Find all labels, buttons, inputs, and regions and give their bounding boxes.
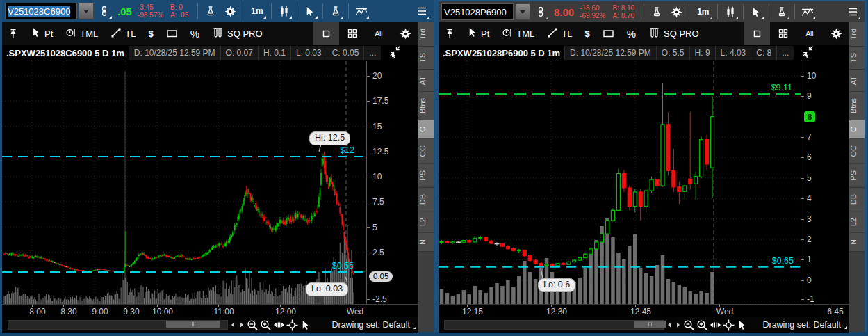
price-chart[interactable]: $9.11$0.65Lo: 0.6 (439, 61, 801, 304)
time-axis[interactable]: 8:008:309:009:3010:0011:0012:00Wed (2, 305, 418, 317)
side-tab-trd[interactable]: Trd (849, 22, 865, 47)
grid-layout-button[interactable] (339, 22, 366, 45)
chart-type-icon[interactable] (275, 2, 293, 20)
crosshair-icon[interactable] (723, 319, 735, 331)
studies-flask-icon[interactable] (202, 2, 220, 20)
trendline-tool-button[interactable]: TL (541, 22, 578, 45)
tml-tool-button[interactable]: TML (59, 22, 104, 45)
side-tab-c[interactable]: C (849, 120, 865, 139)
grid-layout-button[interactable] (770, 22, 796, 45)
scroll-right-icon[interactable] (673, 320, 682, 330)
side-tab-at[interactable]: AT (418, 70, 434, 92)
side-tab-n[interactable]: N (418, 233, 434, 252)
symbol-input[interactable]: V251028C6900 (5, 3, 77, 19)
all-button[interactable]: All (796, 22, 823, 45)
rectangle-tool-button[interactable] (596, 22, 621, 45)
side-tab-oc[interactable]: OC (849, 139, 865, 164)
pin-button[interactable] (2, 22, 24, 45)
zoom-out-icon[interactable] (683, 319, 695, 331)
y-axis-label: 7.5 (372, 197, 384, 207)
zoom-out-icon[interactable] (247, 319, 259, 331)
symbol-dropdown-button[interactable] (79, 3, 94, 19)
side-tab-l2[interactable]: L2 (849, 211, 865, 233)
maximize-button[interactable] (744, 22, 770, 45)
side-tab-at[interactable]: AT (849, 70, 865, 92)
header-more[interactable]: ... (363, 46, 381, 60)
trendline-tool-button[interactable]: TL (104, 22, 142, 45)
pin-button[interactable] (439, 22, 461, 45)
header-more[interactable]: ... (776, 46, 794, 60)
symbol-dropdown-button[interactable] (515, 3, 530, 20)
zoom-in-icon[interactable] (696, 319, 708, 331)
scrollbar-thumb[interactable] (634, 321, 666, 328)
crosshair-icon[interactable] (286, 319, 298, 331)
studies-flask-icon[interactable] (648, 3, 666, 21)
studies-flask2-icon[interactable] (327, 2, 345, 20)
sqpro-button[interactable]: SQ PRO (206, 22, 269, 45)
side-tab-n[interactable]: N (849, 233, 865, 252)
scrollbar-thumb[interactable] (166, 321, 220, 328)
menu-icon[interactable] (413, 2, 431, 20)
side-tab-trd[interactable]: Trd (418, 22, 434, 47)
x-axis-label: 8:30 (60, 307, 76, 317)
side-tab-oc[interactable]: OC (418, 139, 434, 164)
side-tab-btns[interactable]: Btns (418, 92, 434, 120)
scroll-left-icon[interactable] (228, 320, 237, 330)
collapse-icon[interactable] (388, 45, 402, 61)
time-axis[interactable]: 12:1512:3012:45Wed6:45 (439, 305, 849, 317)
y-axis-label: 10 (807, 71, 816, 81)
chart-bottom-bar: Drawing set: Default (2, 317, 418, 333)
menu-icon[interactable] (844, 3, 862, 21)
timeframe-button[interactable]: 1m (693, 3, 713, 21)
settings-burst-icon[interactable] (667, 3, 685, 21)
zoom-in-icon[interactable] (260, 319, 272, 331)
symbol-input[interactable]: V251028P6900 (441, 3, 514, 20)
percent-tool-button[interactable]: % (184, 22, 206, 45)
side-tab-ps[interactable]: PS (849, 164, 865, 188)
side-tab-btns[interactable]: Btns (849, 92, 865, 120)
side-tab-db[interactable]: DB (849, 188, 865, 211)
all-button[interactable]: All (366, 22, 392, 45)
link-icon[interactable] (532, 3, 550, 21)
time-scrollbar[interactable] (444, 320, 664, 330)
patterns-icon[interactable] (799, 3, 817, 21)
time-scrollbar[interactable] (8, 320, 228, 330)
price-chart[interactable]: $12$0.55Hi: 12.5Lo: 0.03 (2, 61, 367, 304)
cursor-tool-icon[interactable] (301, 2, 319, 20)
maximize-button[interactable] (313, 22, 339, 45)
patterns-icon[interactable] (352, 2, 370, 20)
pointer-icon[interactable] (300, 319, 311, 331)
chart-type-icon[interactable] (721, 3, 739, 21)
side-tab-ts[interactable]: TS (418, 47, 434, 70)
pan-icon[interactable] (710, 319, 721, 331)
pan-icon[interactable] (273, 319, 285, 331)
side-tab-db[interactable]: DB (418, 188, 434, 211)
drawing-set-selector[interactable]: Drawing set: Default (762, 320, 849, 330)
tml-tool-button[interactable]: TML (496, 22, 541, 45)
price-level-tool-button[interactable]: $ (142, 22, 159, 45)
y-axis-label: -1 (807, 294, 814, 304)
side-tab-l2[interactable]: L2 (418, 211, 434, 233)
price-axis[interactable]: 10976543210-18 (801, 61, 849, 304)
pointer-tool-button[interactable]: Pt (24, 22, 59, 45)
percent-tool-button[interactable]: % (621, 22, 642, 45)
gear-icon[interactable] (392, 22, 418, 45)
collapse-icon[interactable] (801, 45, 814, 61)
side-tab-c[interactable]: C (418, 120, 434, 139)
pointer-tool-button[interactable]: Pt (461, 22, 496, 45)
gear-icon[interactable] (823, 22, 849, 45)
side-tab-ts[interactable]: TS (849, 47, 865, 70)
studies-flask2-icon[interactable] (773, 3, 791, 21)
cursor-tool-icon[interactable] (747, 3, 765, 21)
sqpro-button[interactable]: SQ PRO (642, 22, 705, 45)
rectangle-tool-button[interactable] (160, 22, 184, 45)
price-level-tool-button[interactable]: $ (578, 22, 596, 45)
scroll-right-icon[interactable] (237, 320, 246, 330)
timeframe-button[interactable]: 1m (247, 2, 267, 20)
side-tab-ps[interactable]: PS (418, 164, 434, 188)
link-icon[interactable] (95, 2, 113, 20)
price-axis[interactable]: 2017.51512.5107.552.5-2.50.05 (367, 61, 418, 304)
drawing-set-selector[interactable]: Drawing set: Default (331, 320, 418, 330)
pointer-icon[interactable] (736, 319, 748, 331)
settings-burst-icon[interactable] (221, 2, 239, 20)
